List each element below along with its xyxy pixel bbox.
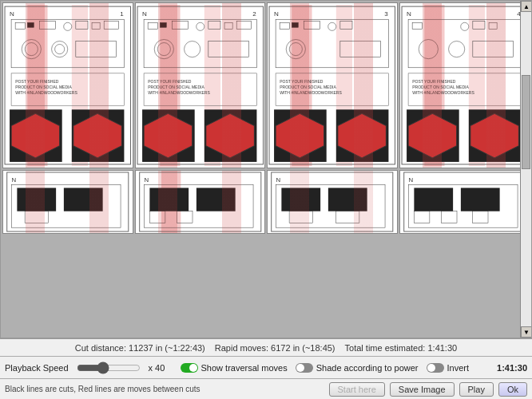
svg-text:N: N [144,176,149,184]
svg-text:WITH #INLANDWOODWORKERS: WITH #INLANDWOODWORKERS [412,90,474,95]
svg-text:PRODUCT ON SOCIAL MEDIA: PRODUCT ON SOCIAL MEDIA [148,85,204,89]
panel-5: N [2,170,133,234]
svg-rect-101 [25,211,48,223]
panel-1: N 1 [2,2,133,168]
panel-8: N [399,170,530,234]
svg-rect-114 [328,188,367,211]
svg-point-86 [448,41,464,57]
speed-multiplier-value: x 40 [149,363,173,373]
svg-text:PRODUCT ON SOCIAL MEDIA: PRODUCT ON SOCIAL MEDIA [280,85,336,89]
svg-rect-113 [281,188,320,211]
svg-rect-107 [196,188,235,211]
svg-rect-115 [289,211,312,223]
scroll-track[interactable] [521,12,531,326]
shade-power-toggle[interactable] [296,363,313,373]
svg-rect-123 [441,211,457,223]
playback-speed-label: Playback Speed [5,363,69,373]
svg-text:N: N [276,176,281,184]
scrollbar[interactable]: ▲ ▼ [520,1,531,338]
svg-rect-39 [224,22,232,29]
svg-text:WITH #INLANDWOODWORKERS: WITH #INLANDWOODWORKERS [15,90,77,95]
shade-power-label[interactable]: Shade according to power [316,363,419,373]
svg-point-16 [55,45,65,54]
svg-text:N: N [10,10,14,18]
invert-toggle[interactable] [427,363,444,373]
svg-rect-12 [104,21,118,29]
show-traversal-label[interactable]: Show traversal moves [201,363,288,373]
svg-text:3: 3 [384,10,388,18]
controls-bar: Playback Speed x 40 Show traversal moves… [0,356,532,378]
svg-rect-34 [148,22,157,29]
svg-text:POST YOUR FINISHED: POST YOUR FINISHED [280,79,324,84]
svg-text:N: N [407,10,411,18]
svg-rect-121 [460,188,499,211]
svg-text:N: N [274,10,279,18]
shade-power-toggle-group: Shade according to power [296,363,419,373]
svg-rect-122 [414,211,430,223]
time-display: 1:41:30 [497,363,527,373]
panel-4: N 4 POST YOUR FINISHED PRODUCT ON SOCIAL… [399,2,530,168]
play-button[interactable]: Play [459,382,494,397]
svg-text:POST YOUR FINISHED: POST YOUR FINISHED [412,79,456,84]
svg-rect-81 [412,22,422,29]
svg-text:1: 1 [120,10,124,18]
svg-text:WITH #INLANDWOODWORKERS: WITH #INLANDWOODWORKERS [280,90,342,95]
canvas-area[interactable]: N 1 [0,0,532,338]
svg-text:N: N [12,176,17,184]
svg-rect-84 [489,22,497,29]
scroll-thumb[interactable] [522,75,530,169]
scroll-down-button[interactable]: ▼ [521,326,532,338]
svg-text:2: 2 [252,10,256,18]
svg-rect-99 [17,188,56,211]
status-bar: Cut distance: 11237 in (~1:22:43) Rapid … [0,338,532,356]
svg-text:POST YOUR FINISHED: POST YOUR FINISHED [15,79,59,84]
invert-toggle-group: Invert [427,363,470,373]
playback-speed-slider[interactable] [77,362,141,373]
panel-7: N [267,170,398,234]
info-text: Black lines are cuts, Red lines are move… [5,385,324,393]
svg-rect-106 [149,188,189,211]
svg-text:POST YOUR FINISHED: POST YOUR FINISHED [148,79,192,84]
svg-rect-100 [64,188,103,211]
ok-button[interactable]: Ok [498,382,527,397]
svg-rect-124 [472,211,488,223]
svg-text:N: N [408,176,413,184]
invert-label[interactable]: Invert [447,363,470,373]
info-bar: Black lines are cuts, Red lines are move… [0,378,532,399]
svg-point-82 [460,22,468,30]
svg-rect-40 [236,21,251,29]
svg-rect-120 [414,188,453,211]
start-here-button[interactable]: Start here [329,382,385,397]
save-image-button[interactable]: Save Image [390,382,455,397]
svg-text:PRODUCT ON SOCIAL MEDIA: PRODUCT ON SOCIAL MEDIA [15,85,72,89]
panel-6: N [135,170,266,234]
panels-grid: N 1 [1,1,531,338]
svg-point-9 [64,22,72,30]
panel-2: N 2 POST YOUR FINISHED PROD [135,2,266,168]
svg-text:N: N [142,10,147,18]
rapid-moves-text: Rapid moves: 6172 in (~18:45) [215,343,335,353]
svg-text:PRODUCT ON SOCIAL MEDIA: PRODUCT ON SOCIAL MEDIA [412,85,469,89]
panel-3: N 3 POST YOUR FINISHED PRODUCT ON SOCIAL… [267,2,398,168]
svg-rect-35 [160,22,166,27]
svg-text:WITH #INLANDWOODWORKERS: WITH #INLANDWOODWORKERS [148,90,210,95]
svg-rect-7 [27,22,34,27]
svg-point-15 [52,41,68,57]
svg-rect-60 [292,22,298,27]
cut-distance-text: Cut distance: 11237 in (~1:22:43) [75,343,205,353]
main-container: N 1 [0,0,532,399]
scroll-up-button[interactable]: ▲ [521,1,532,12]
svg-point-43 [184,41,200,57]
show-traversal-toggle-group: Show traversal moves [181,363,288,373]
svg-rect-6 [15,22,25,29]
svg-point-37 [196,22,204,30]
svg-rect-11 [92,22,100,29]
svg-rect-59 [280,22,289,29]
svg-point-62 [328,22,336,30]
show-traversal-toggle[interactable] [181,363,198,373]
svg-rect-116 [336,211,359,223]
total-time-text: Total time estimated: 1:41:30 [345,343,458,353]
